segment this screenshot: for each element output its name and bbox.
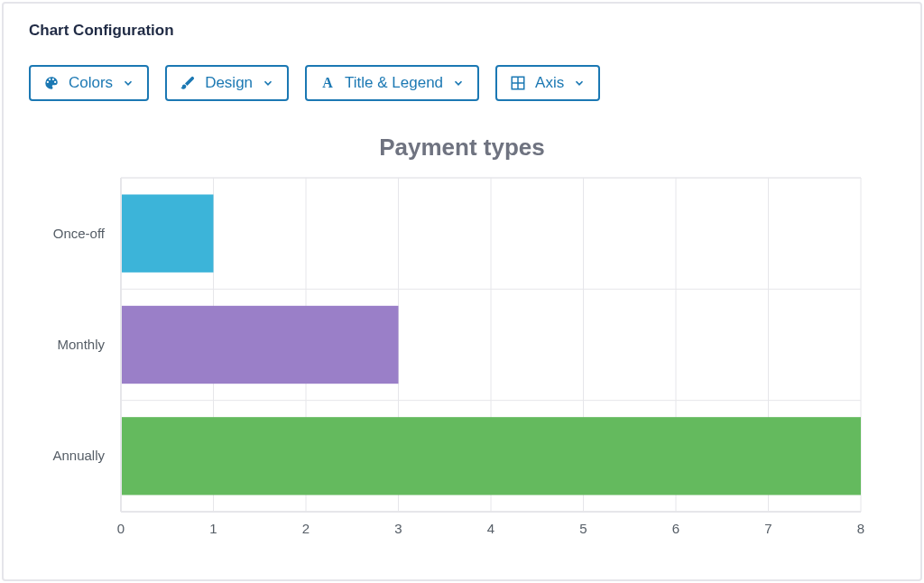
chevron-down-icon xyxy=(573,77,586,89)
svg-text:6: 6 xyxy=(672,521,679,536)
category-label: Monthly xyxy=(57,337,105,352)
svg-text:1: 1 xyxy=(209,521,217,536)
svg-text:4: 4 xyxy=(487,521,494,536)
chart-svg: 012345678Once-offMonthlyAnnually xyxy=(40,169,870,548)
chevron-down-icon xyxy=(122,77,134,89)
chevron-down-icon xyxy=(452,77,465,89)
category-label: Annually xyxy=(52,448,105,463)
colors-label: Colors xyxy=(69,74,113,92)
brush-icon xyxy=(180,75,196,91)
bar xyxy=(121,306,399,384)
title-legend-dropdown[interactable]: A Title & Legend xyxy=(305,65,479,101)
chevron-down-icon xyxy=(262,77,274,89)
chart-title: Payment types xyxy=(29,134,895,162)
chart: 012345678Once-offMonthlyAnnually xyxy=(40,169,875,548)
svg-text:8: 8 xyxy=(857,521,864,536)
chart-configuration-panel: Chart Configuration Colors Design A Titl… xyxy=(2,2,922,581)
config-toolbar: Colors Design A Title & Legend xyxy=(29,65,895,101)
bar xyxy=(121,417,861,495)
title-legend-label: Title & Legend xyxy=(345,74,443,92)
category-label: Once-off xyxy=(53,226,106,241)
axis-label: Axis xyxy=(535,74,564,92)
title-icon: A xyxy=(319,75,336,91)
grid-icon xyxy=(510,75,526,91)
design-label: Design xyxy=(205,74,253,92)
svg-text:2: 2 xyxy=(302,521,310,536)
design-dropdown[interactable]: Design xyxy=(165,65,289,101)
bar xyxy=(121,195,214,273)
svg-text:7: 7 xyxy=(764,521,772,536)
colors-dropdown[interactable]: Colors xyxy=(29,65,149,101)
axis-dropdown[interactable]: Axis xyxy=(495,65,600,101)
svg-text:3: 3 xyxy=(394,521,402,536)
palette-icon xyxy=(43,75,60,91)
panel-title: Chart Configuration xyxy=(29,22,895,40)
svg-text:5: 5 xyxy=(579,521,587,536)
svg-text:0: 0 xyxy=(117,521,125,536)
